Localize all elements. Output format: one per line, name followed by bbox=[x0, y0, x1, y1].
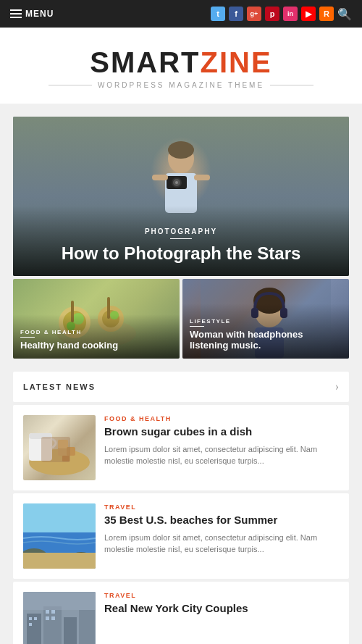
news-category-beach: TRAVEL bbox=[104, 503, 339, 511]
news-content-nyc: TRAVEL Real New York City Couples bbox=[104, 592, 339, 644]
svg-rect-31 bbox=[62, 456, 70, 461]
thumb-item-food[interactable]: FOOD & HEALTH Healthy hand cooking bbox=[13, 279, 180, 359]
svg-rect-46 bbox=[51, 616, 55, 620]
news-thumb-nyc bbox=[23, 592, 96, 644]
news-excerpt-beach: Lorem ipsum dolor sit amet, consectetur … bbox=[104, 532, 339, 556]
news-item-nyc[interactable]: TRAVEL Real New York City Couples bbox=[13, 582, 349, 644]
site-title: SMARTZINE bbox=[14, 48, 348, 77]
svg-rect-44 bbox=[51, 610, 55, 614]
hero-category: PHOTOGRAPHY bbox=[25, 227, 337, 239]
sugar-illustration bbox=[23, 415, 96, 480]
site-title-smart: SMART bbox=[90, 46, 200, 78]
facebook-icon[interactable]: f bbox=[229, 7, 243, 21]
social-icons-group: t f g+ p in ▶ R 🔍 bbox=[211, 7, 352, 21]
svg-rect-30 bbox=[67, 447, 75, 456]
thumb-item-lifestyle[interactable]: LIFESTYLE Woman with headphones listenin… bbox=[182, 279, 349, 359]
svg-rect-29 bbox=[58, 440, 68, 448]
svg-rect-27 bbox=[29, 433, 52, 439]
instagram-icon[interactable]: in bbox=[283, 7, 298, 21]
hero-overlay: PHOTOGRAPHY How to Photograph the Stars bbox=[13, 206, 349, 276]
svg-rect-43 bbox=[46, 610, 49, 614]
menu-text: MENU bbox=[25, 9, 54, 19]
thumb-lifestyle-category: LIFESTYLE bbox=[190, 318, 342, 327]
news-image-beach bbox=[23, 503, 96, 569]
googleplus-icon[interactable]: g+ bbox=[247, 7, 261, 21]
latest-news-label: LATEST NEWS bbox=[23, 382, 96, 391]
svg-rect-32 bbox=[23, 503, 96, 536]
svg-rect-45 bbox=[46, 616, 49, 620]
news-title-sugar[interactable]: Brown sugar cubes in a dish bbox=[104, 425, 339, 439]
svg-rect-7 bbox=[152, 175, 168, 180]
news-item-sugar[interactable]: FOOD & HEALTH Brown sugar cubes in a dis… bbox=[13, 405, 349, 490]
svg-point-6 bbox=[175, 181, 178, 184]
news-thumb-sugar bbox=[23, 415, 96, 480]
news-category-nyc: TRAVEL bbox=[104, 592, 339, 599]
tagline-text: WORDPRESS MAGAZINE THEME bbox=[98, 81, 264, 89]
hero-section[interactable]: PHOTOGRAPHY How to Photograph the Stars bbox=[13, 117, 349, 276]
news-content-sugar: FOOD & HEALTH Brown sugar cubes in a dis… bbox=[104, 415, 339, 480]
tagline-line-right bbox=[270, 85, 313, 85]
youtube-icon[interactable]: ▶ bbox=[301, 7, 316, 21]
hero-title: How to Photograph the Stars bbox=[25, 243, 337, 264]
hamburger-icon bbox=[10, 9, 22, 18]
svg-rect-36 bbox=[23, 553, 96, 569]
content-wrapper: SMARTZINE WORDPRESS MAGAZINE THEME bbox=[0, 28, 362, 644]
news-category-sugar: FOOD & HEALTH bbox=[104, 415, 339, 422]
svg-rect-47 bbox=[64, 617, 77, 644]
news-item-beach[interactable]: TRAVEL 35 Best U.S. beaches for Summer L… bbox=[13, 493, 349, 579]
thumb-lifestyle-overlay: LIFESTYLE Woman with headphones listenin… bbox=[182, 304, 349, 359]
thumb-food-category: FOOD & HEALTH bbox=[20, 329, 172, 338]
latest-news-arrow[interactable]: › bbox=[335, 380, 339, 393]
twitter-icon[interactable]: t bbox=[211, 7, 225, 21]
site-tagline: WORDPRESS MAGAZINE THEME bbox=[14, 81, 348, 89]
thumbnail-row: FOOD & HEALTH Healthy hand cooking bbox=[13, 279, 349, 359]
news-content-beach: TRAVEL 35 Best U.S. beaches for Summer L… bbox=[104, 503, 339, 569]
latest-news-header[interactable]: LATEST NEWS › bbox=[13, 372, 349, 402]
beach-illustration bbox=[23, 503, 96, 569]
news-excerpt-sugar: Lorem ipsum dolor sit amet, consectetur … bbox=[104, 443, 339, 467]
svg-rect-40 bbox=[34, 617, 37, 620]
tagline-line-left bbox=[49, 85, 92, 85]
news-image-nyc bbox=[23, 592, 96, 644]
svg-rect-41 bbox=[29, 623, 32, 626]
pinterest-icon[interactable]: p bbox=[265, 7, 279, 21]
rss-icon[interactable]: R bbox=[319, 7, 334, 21]
search-icon[interactable]: 🔍 bbox=[337, 7, 352, 21]
thumb-food-overlay: FOOD & HEALTH Healthy hand cooking bbox=[13, 314, 180, 359]
news-thumb-beach bbox=[23, 503, 96, 569]
svg-rect-8 bbox=[194, 175, 210, 180]
svg-rect-28 bbox=[58, 447, 68, 456]
news-image-sugar bbox=[23, 415, 96, 480]
site-header: SMARTZINE WORDPRESS MAGAZINE THEME bbox=[0, 28, 362, 104]
menu-button[interactable]: MENU bbox=[10, 9, 54, 19]
nyc-illustration bbox=[23, 592, 96, 644]
thumb-food-title: Healthy hand cooking bbox=[20, 340, 172, 351]
site-title-zine: ZINE bbox=[201, 46, 272, 78]
svg-rect-49 bbox=[23, 592, 96, 610]
news-title-beach[interactable]: 35 Best U.S. beaches for Summer bbox=[104, 514, 339, 527]
thumb-lifestyle-title: Woman with headphones listening music. bbox=[190, 329, 342, 351]
top-navigation: MENU t f g+ p in ▶ R 🔍 bbox=[0, 0, 362, 28]
svg-point-1 bbox=[168, 141, 194, 159]
svg-rect-39 bbox=[29, 617, 32, 620]
news-title-nyc[interactable]: Real New York City Couples bbox=[104, 602, 339, 616]
svg-rect-48 bbox=[79, 610, 95, 644]
